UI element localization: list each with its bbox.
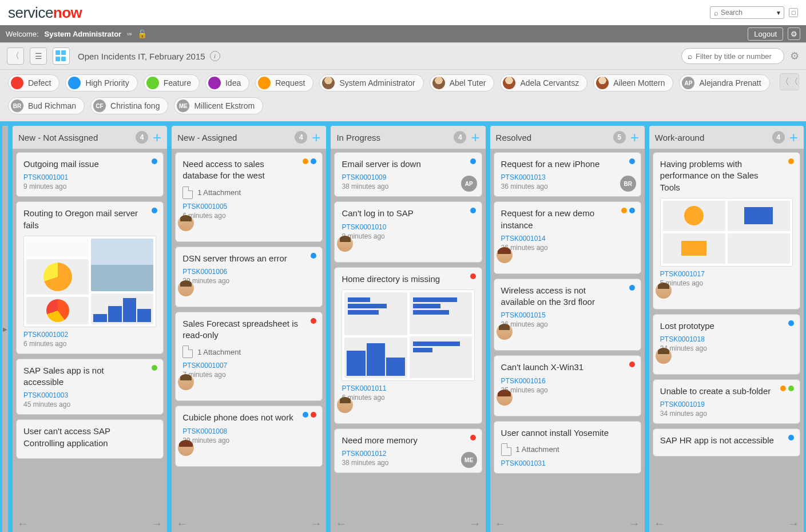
lane-add-button[interactable]: +	[630, 130, 639, 145]
lock-icon[interactable]: 🔓	[137, 29, 147, 38]
filter-chip-person[interactable]: MEMillicent Ekstrom	[174, 97, 263, 114]
board-card[interactable]: Sales Forecast spreadsheet is read-only1…	[175, 312, 323, 402]
logout-button[interactable]: Logout	[748, 27, 783, 41]
board-card[interactable]: Can't log in to SAPPTSK00010108 minutes …	[334, 201, 482, 262]
board-card[interactable]: Outgoing mail issuePTSK00010019 minutes …	[16, 152, 164, 197]
board-view-button[interactable]	[53, 47, 70, 65]
board-card[interactable]: Home directory is missingPTSK00010116 mi…	[334, 267, 482, 424]
card-tag-dots	[470, 273, 476, 279]
card-id[interactable]: PTSK0001010	[342, 223, 474, 231]
lane-add-button[interactable]: +	[789, 130, 798, 145]
filter-chip-person[interactable]: Adela Cervantsz	[500, 74, 587, 92]
card-id[interactable]: PTSK0001016	[501, 377, 634, 385]
lane-body: Having problems with performance on the …	[649, 149, 804, 515]
filter-chip-tag[interactable]: High Priority	[65, 74, 137, 92]
board-edge-left[interactable]: ▶	[2, 126, 8, 532]
board-card[interactable]: Unable to create a sub-folderPTSK0001019…	[653, 379, 800, 424]
card-id[interactable]: PTSK0001009	[342, 173, 474, 181]
filter-chip-person[interactable]: System Administrator	[319, 74, 423, 92]
filter-chip-tag[interactable]: Request	[255, 74, 313, 92]
lane-prev-icon[interactable]: ←	[17, 517, 29, 530]
lane-add-button[interactable]: +	[153, 130, 161, 145]
info-icon[interactable]: i	[210, 51, 220, 61]
card-id[interactable]: PTSK0001001	[23, 173, 156, 181]
lane-next-icon[interactable]: →	[151, 517, 162, 530]
board-card[interactable]: Routing to Oregon mail server failsPTSK0…	[16, 201, 164, 354]
card-timestamp: 36 minutes ago	[501, 182, 634, 190]
filter-chip-person[interactable]: APAlejandra Prenatt	[679, 74, 769, 92]
board-card[interactable]: Lost prototypePTSK000101834 minutes ago	[653, 314, 800, 375]
global-search-input[interactable]	[721, 9, 767, 17]
board-card[interactable]: Having problems with performance on the …	[653, 152, 800, 309]
card-id[interactable]: PTSK0001013	[501, 173, 634, 181]
expand-icon[interactable]: ▢	[789, 8, 798, 17]
lane-prev-icon[interactable]: ←	[654, 517, 665, 530]
filter-chip-person[interactable]: BRBud Richman	[8, 97, 85, 114]
card-id[interactable]: PTSK0001018	[660, 335, 793, 343]
board-card[interactable]: User cannot install Yosemite1 Attachment…	[494, 421, 641, 474]
card-id[interactable]: PTSK0001012	[342, 450, 474, 458]
card-id[interactable]: PTSK0001014	[501, 235, 634, 243]
card-timestamp: 35 minutes ago	[501, 386, 634, 394]
board-card[interactable]: User can't access SAP Controlling applic…	[16, 419, 164, 459]
chip-label: System Administrator	[339, 78, 415, 88]
collapse-chips-button[interactable]: 〈〈	[780, 73, 799, 90]
card-timestamp: 39 minutes ago	[182, 277, 315, 285]
board-card[interactable]: DSN server throws an errorPTSK000100639 …	[175, 247, 323, 307]
board-card[interactable]: Cubicle phone does not workPTSK000100839…	[175, 406, 323, 466]
card-id[interactable]: PTSK0001019	[660, 400, 793, 408]
global-search[interactable]: ⌕ ▼	[710, 6, 784, 19]
board-card[interactable]: Need more memoryPTSK000101238 minutes ag…	[334, 428, 482, 473]
list-view-button[interactable]: ☰	[30, 47, 47, 65]
lane-add-button[interactable]: +	[312, 130, 320, 145]
card-id[interactable]: PTSK0001015	[501, 311, 634, 319]
card-id[interactable]: PTSK0001003	[23, 391, 156, 399]
lane-next-icon[interactable]: →	[629, 517, 640, 530]
board-card[interactable]: Request for a new iPhonePTSK000101336 mi…	[494, 152, 641, 197]
filter-input[interactable]	[696, 52, 776, 61]
lane-prev-icon[interactable]: ←	[335, 517, 347, 530]
lane-prev-icon[interactable]: ←	[495, 517, 506, 530]
card-id[interactable]: PTSK0001007	[182, 362, 315, 370]
card-id[interactable]: PTSK0001017	[660, 270, 793, 278]
card-id[interactable]: PTSK0001031	[501, 459, 634, 467]
card-id[interactable]: PTSK0001011	[342, 384, 474, 392]
card-id[interactable]: PTSK0001005	[182, 203, 315, 211]
lane-footer: ←→	[172, 515, 326, 532]
board-card[interactable]: Need access to sales database for the we…	[175, 152, 323, 242]
board-card[interactable]: SAP Sales app is not accessiblePTSK00010…	[16, 359, 164, 415]
filter-chip-person[interactable]: CFChristina fong	[90, 97, 168, 114]
filter-chip-person[interactable]: Abel Tuter	[430, 74, 495, 92]
back-button[interactable]: 〈	[7, 47, 24, 65]
card-title: Can't log in to SAP	[342, 208, 474, 219]
filter-input-wrap[interactable]: ⌕	[681, 48, 784, 64]
card-id[interactable]: PTSK0001006	[182, 268, 315, 276]
card-attachment: 1 Attachment	[501, 443, 634, 456]
board-card[interactable]: Request for a new demo instancePTSK00010…	[494, 201, 641, 274]
chevron-down-icon[interactable]: ▼	[776, 10, 781, 16]
board-card[interactable]: SAP HR app is not accessible	[653, 428, 800, 456]
user-icon[interactable]: ⎃	[127, 29, 132, 38]
board-card[interactable]: Wireless access is not available on the …	[494, 279, 641, 351]
lane-next-icon[interactable]: →	[788, 517, 799, 530]
lane-add-button[interactable]: +	[471, 130, 479, 145]
card-title: User cannot install Yosemite	[501, 427, 634, 439]
card-id[interactable]: PTSK0001002	[23, 331, 156, 339]
card-id[interactable]: PTSK0001008	[182, 427, 315, 435]
lane-next-icon[interactable]: →	[470, 517, 481, 530]
filter-chip-tag[interactable]: Feature	[144, 74, 200, 92]
lane-prev-icon[interactable]: ←	[176, 517, 188, 530]
board-card[interactable]: Email server is downPTSK000100938 minute…	[334, 152, 482, 197]
filter-chip-person[interactable]: Aileen Mottern	[593, 74, 673, 92]
board-settings-icon[interactable]: ⚙	[790, 50, 799, 62]
card-avatar	[337, 397, 353, 413]
filter-chip-tag[interactable]: Defect	[8, 74, 59, 92]
filter-chip-tag[interactable]: Idea	[205, 74, 249, 92]
settings-gear-icon[interactable]: ⚙	[788, 27, 800, 40]
card-title: Sales Forecast spreadsheet is read-only	[182, 318, 315, 342]
lane-next-icon[interactable]: →	[310, 517, 321, 530]
card-title: Request for a new demo instance	[501, 208, 634, 231]
avatar: ME	[177, 100, 189, 112]
lane-header: In Progress4+	[331, 126, 485, 149]
board-card[interactable]: Can't launch X-Win31PTSK000101635 minute…	[494, 355, 641, 416]
